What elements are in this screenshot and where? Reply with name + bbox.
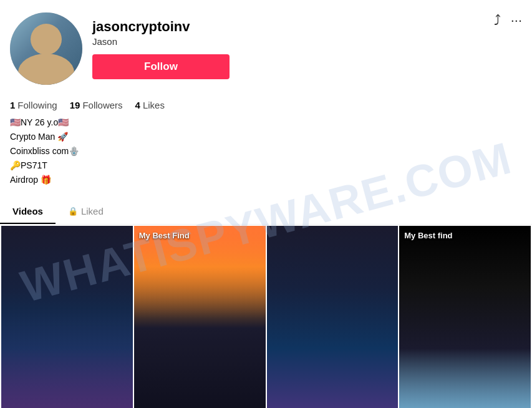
share-icon: ⤴ (494, 12, 501, 28)
video-card-4[interactable]: My Best find ▷ 41 (399, 226, 531, 408)
stats-row: 1 Following 19 Followers 4 Likes (0, 100, 532, 110)
videos-grid: ▷ 9 My Best Find ▷ 3 🔑Key: PS71T (0, 225, 532, 408)
following-count: 1 (10, 100, 15, 110)
video-title-2: My Best Find (139, 231, 261, 240)
video-thumbnail-3 (267, 226, 399, 408)
video-card-wrapper-4: My Best find ▷ 41 🔑Key: PS71T (399, 226, 531, 408)
bio-section: 🇺🇸NY 26 y.o🇺🇸 Crypto Man 🚀 Coinxbliss co… (0, 110, 532, 193)
more-options-button[interactable]: ··· (511, 12, 522, 29)
bio-line-2: Crypto Man 🚀 (10, 130, 522, 144)
tab-videos[interactable]: Videos (0, 200, 56, 224)
more-icon: ··· (511, 12, 522, 28)
video-thumbnail-1 (1, 226, 133, 408)
followers-label: Followers (82, 100, 122, 110)
username: jasoncryptoinv (92, 19, 522, 35)
profile-info: jasoncryptoinv Jason Follow (92, 19, 522, 79)
followers-count: 19 (70, 100, 80, 110)
bio-line-3: Coinxbliss com🪬 (10, 144, 522, 158)
video-title-4: My Best find (404, 231, 526, 240)
share-button[interactable]: ⤴ (494, 12, 501, 29)
following-stat[interactable]: 1 Following (10, 100, 57, 110)
bio-line-5: Airdrop 🎁 (10, 173, 522, 187)
likes-count: 4 (135, 100, 140, 110)
video-card-3[interactable]: ▷ 4 (267, 226, 399, 408)
lock-icon: 🔒 (68, 206, 78, 216)
avatar (10, 12, 82, 85)
profile-actions: ⤴ ··· (494, 12, 522, 29)
tab-liked-label: Liked (81, 206, 104, 216)
followers-stat[interactable]: 19 Followers (70, 100, 123, 110)
display-name: Jason (92, 36, 522, 47)
likes-stat[interactable]: 4 Likes (135, 100, 165, 110)
video-thumbnail-4 (399, 226, 531, 408)
video-card-2[interactable]: My Best Find ▷ 3 (134, 226, 266, 408)
following-label: Following (17, 100, 57, 110)
video-card-wrapper-2: My Best Find ▷ 3 🔑Key: PS71T (134, 226, 266, 408)
bio-line-4: 🔑PS71T (10, 158, 522, 173)
tab-videos-label: Videos (12, 206, 43, 216)
tabs-row: Videos 🔒 Liked (0, 200, 532, 225)
profile-top: jasoncryptoinv Jason Follow ⤴ ··· (10, 12, 522, 85)
profile-section: jasoncryptoinv Jason Follow ⤴ ··· (0, 0, 532, 91)
follow-button[interactable]: Follow (92, 54, 230, 79)
video-card-wrapper-1: ▷ 9 (1, 226, 133, 408)
video-thumbnail-2 (134, 226, 266, 408)
tab-liked[interactable]: 🔒 Liked (56, 200, 116, 224)
likes-label: Likes (143, 100, 165, 110)
video-card-1[interactable]: ▷ 9 (1, 226, 133, 408)
bio-line-1: 🇺🇸NY 26 y.o🇺🇸 (10, 115, 522, 130)
avatar-image (10, 12, 82, 85)
video-card-wrapper-3: ▷ 4 🔑Key: PS71T (267, 226, 399, 408)
